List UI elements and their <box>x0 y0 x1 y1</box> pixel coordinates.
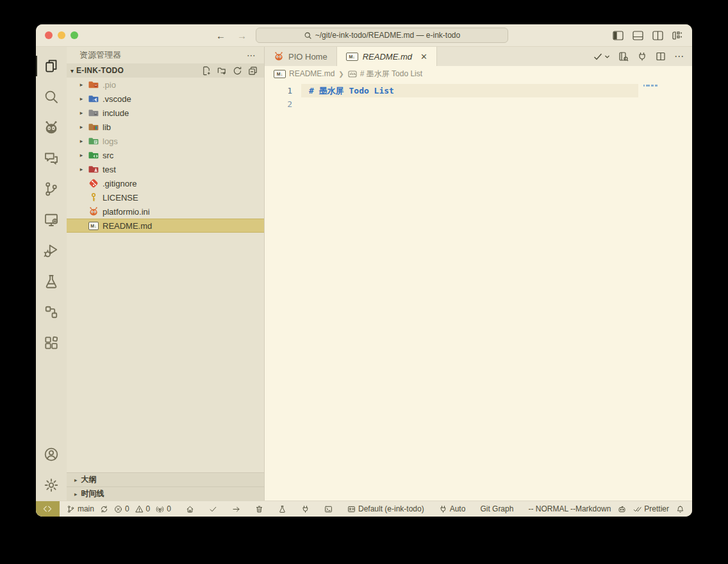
status-serial-monitor[interactable] <box>301 505 310 513</box>
status-label: Git Graph <box>480 504 513 513</box>
editor-line-1[interactable]: 1# 墨水屏 Todo List <box>265 84 692 97</box>
serial-monitor-icon[interactable] <box>637 51 647 62</box>
breadcrumb-symbol[interactable]: # 墨水屏 Todo List <box>348 69 422 79</box>
sidebar-more-icon[interactable]: ⋯ <box>247 50 256 60</box>
breadcrumb-file[interactable]: M↓ README.md <box>274 69 335 78</box>
status-sync[interactable] <box>100 505 108 513</box>
activity-remote-explorer[interactable] <box>36 204 67 235</box>
line-text: # 墨水屏 Todo List <box>301 84 638 97</box>
account-icon <box>44 447 59 462</box>
status-pio-upload[interactable] <box>232 505 240 513</box>
platformio-icon <box>44 120 59 135</box>
check-icon <box>209 505 217 513</box>
status-pio-terminal[interactable] <box>324 505 333 513</box>
new-file-icon[interactable] <box>202 66 211 76</box>
status-language[interactable]: Markdown <box>575 504 611 513</box>
file-label: .vscode <box>103 94 131 104</box>
status-vim-mode[interactable]: -- NORMAL -- <box>528 504 575 513</box>
tree-item-.gitignore[interactable]: .gitignore <box>67 176 264 190</box>
status-ports[interactable]: 0 <box>156 504 171 513</box>
file-label: include <box>103 108 129 118</box>
tree-item-src[interactable]: ▸src <box>67 148 264 162</box>
tree-item-README.md[interactable]: M↓README.md <box>67 219 264 233</box>
collapse-all-icon[interactable] <box>248 66 258 76</box>
forward-icon[interactable]: → <box>237 30 247 41</box>
status-pio-build[interactable] <box>209 505 217 513</box>
folder-logs-icon <box>88 136 99 146</box>
remote-explorer-icon <box>44 212 59 228</box>
tree-item-.pio[interactable]: ▸.pio <box>67 78 264 92</box>
search-icon <box>304 31 312 40</box>
tab-readme[interactable]: M↓ README.md ✕ <box>337 47 437 66</box>
editor[interactable]: 1# 墨水屏 Todo List2 <box>265 81 692 501</box>
status-copilot[interactable] <box>618 505 626 513</box>
warning-icon <box>135 505 144 513</box>
toggle-secondary-sidebar-icon[interactable] <box>652 31 663 40</box>
ant-icon <box>88 206 99 217</box>
file-label: LICENSE <box>103 193 138 203</box>
toggle-primary-sidebar-icon[interactable] <box>613 31 624 40</box>
sidebar-section-时间线[interactable]: ▸时间线 <box>67 486 264 501</box>
file-label: lib <box>103 122 111 132</box>
activity-platformio[interactable] <box>36 112 67 143</box>
breadcrumbs: M↓ README.md ❯ # 墨水屏 Todo List <box>265 66 692 81</box>
source-control-icon <box>44 181 59 197</box>
more-actions-icon[interactable]: ⋯ <box>674 51 684 62</box>
activity-search[interactable] <box>36 81 67 112</box>
status-prettier[interactable]: Prettier <box>633 504 669 513</box>
minimap[interactable] <box>643 83 658 88</box>
tree-item-.vscode[interactable]: ▸.vscode <box>67 92 264 106</box>
settings-icon <box>44 477 59 493</box>
command-center-text: ~/git/e-ink-todo/README.md — e-ink-todo <box>315 31 460 40</box>
tree-item-include[interactable]: ▸include <box>67 106 264 120</box>
customize-layout-icon[interactable] <box>672 31 683 40</box>
activity-explorer[interactable] <box>36 51 67 81</box>
trash-icon <box>255 505 263 513</box>
status-notifications[interactable] <box>676 505 684 513</box>
refresh-icon[interactable] <box>233 66 242 76</box>
status-git-graph[interactable]: Git Graph <box>480 504 513 513</box>
activity-extensions[interactable] <box>36 328 67 358</box>
status-label: Auto <box>450 504 466 513</box>
activity-settings[interactable] <box>36 470 67 501</box>
close-window-button[interactable] <box>45 31 53 39</box>
back-icon[interactable]: ← <box>216 30 226 41</box>
tree-item-platformio.ini[interactable]: platformio.ini <box>67 204 264 219</box>
activity-source-control[interactable] <box>36 174 67 204</box>
status-errors[interactable]: 0 <box>114 504 129 513</box>
run-task-button[interactable] <box>593 51 610 62</box>
status-warnings[interactable]: 0 <box>135 504 151 513</box>
new-folder-icon[interactable] <box>217 66 227 76</box>
close-tab-icon[interactable]: ✕ <box>420 52 427 62</box>
status-auto-port[interactable]: Auto <box>439 504 466 513</box>
chevron-right-icon: ▸ <box>78 166 85 172</box>
zoom-window-button[interactable] <box>70 31 78 39</box>
minimize-window-button[interactable] <box>58 31 65 39</box>
tree-item-logs[interactable]: ▸logs <box>67 134 264 148</box>
editor-line-2[interactable]: 2 <box>265 97 692 111</box>
activity-account[interactable] <box>36 439 67 470</box>
command-center-search[interactable]: ~/git/e-ink-todo/README.md — e-ink-todo <box>256 28 508 43</box>
activity-testing[interactable] <box>36 266 67 297</box>
activity-run-debug[interactable] <box>36 235 67 266</box>
status-pio-test[interactable] <box>278 505 286 513</box>
tree-item-test[interactable]: ▸test <box>67 162 264 176</box>
activity-git-graph[interactable] <box>36 297 67 328</box>
status-pio-home[interactable] <box>186 505 194 513</box>
tab-pio-home[interactable]: PIO Home <box>265 47 337 66</box>
toggle-panel-icon[interactable] <box>633 31 643 40</box>
split-editor-icon[interactable] <box>656 51 666 62</box>
markdown-icon: M↓ <box>88 220 99 231</box>
status-branch[interactable]: main <box>67 504 94 513</box>
file-label: logs <box>103 137 118 146</box>
activity-chat[interactable] <box>36 143 67 174</box>
project-section-header[interactable]: ▾ E-INK-TODO <box>67 63 264 78</box>
status-remote[interactable] <box>36 501 60 517</box>
tree-item-lib[interactable]: ▸lib <box>67 120 264 134</box>
tree-item-LICENSE[interactable]: LICENSE <box>67 190 264 204</box>
open-preview-icon[interactable] <box>618 51 629 62</box>
sidebar-section-大纲[interactable]: ▸大纲 <box>67 472 264 486</box>
status-pio-clean[interactable] <box>255 505 263 513</box>
editor-actions: ⋯ <box>593 47 692 66</box>
status-project-env[interactable]: Default (e-ink-todo) <box>347 504 424 513</box>
